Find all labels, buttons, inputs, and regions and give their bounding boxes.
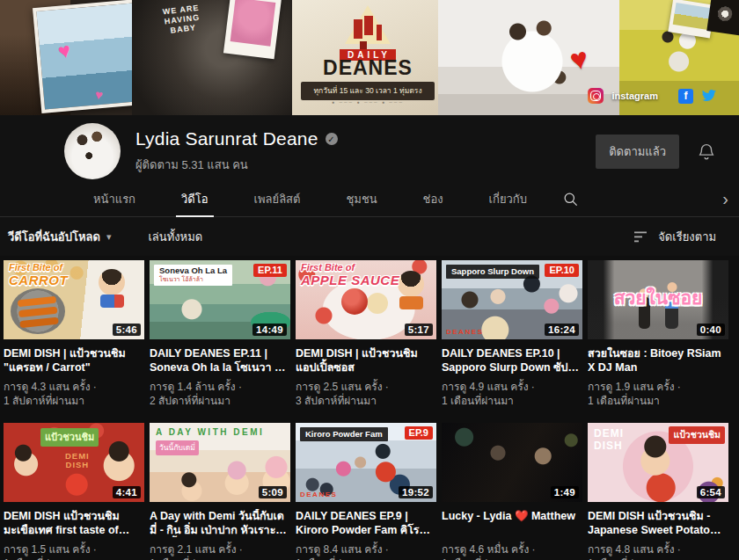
video-views: การดู 4.9 แสน ครั้ง · [442, 380, 582, 394]
thumbnail-caption: First Bite ofAPPLE SAUCE [301, 263, 399, 287]
video-title[interactable]: DEMI DISH แป้วชวนชิมมะเขือเทศ first tast… [4, 509, 144, 537]
banner-photo-sea [33, 0, 145, 113]
video-age: 1 สัปดาห์ที่ผ่านมา [4, 394, 144, 408]
banner-social-links: instagram f [588, 88, 716, 104]
tab-videos[interactable]: วิดีโอ [158, 182, 231, 216]
video-card[interactable]: Kiroro Powder Fam EP.9 DEANES 19:52 DAIL… [296, 423, 436, 560]
banner-daily-deanes-poster: DAILY DEANES ทุกวันที่ 15 และ 30 เวลา 1 … [292, 0, 443, 115]
video-thumbnail[interactable]: First Bite ofAPPLE SAUCE 5:17 [296, 260, 436, 339]
demi-dish-logo: DEMIDISH [594, 427, 624, 452]
polaroid-line: BABY [170, 23, 197, 35]
video-views: การดู 2.5 แสน ครั้ง · [296, 380, 436, 394]
notification-bell-icon[interactable] [697, 142, 716, 161]
subscriber-count: ผู้ติดตาม 5.31 แสน คน [135, 156, 338, 174]
video-duration-badge: 14:49 [252, 324, 287, 336]
video-views: การดู 4.3 แสน ครั้ง · [4, 380, 144, 394]
channel-name: Lydia Sarunrat Deane [135, 128, 318, 149]
channel-banner: ♥ ♥ WE ARE HAVING BABY DAILY DEANES ทุกว… [0, 0, 739, 115]
video-duration-badge: 1:49 [551, 486, 579, 498]
video-thumbnail[interactable]: Kiroro Powder Fam EP.9 DEANES 19:52 [296, 423, 436, 502]
thumbnail-caption: First Bite ofCARROT [9, 263, 68, 287]
episode-badge: EP.11 [253, 264, 287, 277]
uploads-label: วีดีโอที่ฉันอัปโหลด [8, 228, 100, 246]
video-card[interactable]: สวยในซอย 0:40 สวยในซอย : Bitoey RSiam X … [588, 260, 728, 408]
video-title[interactable]: DEMI DISH แป้วชวนชิม - Japanese Sweet Po… [588, 509, 728, 537]
video-title[interactable]: DEMI DISH | แป้วชวนชิม "แครอท / Carrot" [4, 346, 144, 375]
facebook-icon[interactable]: f [678, 89, 693, 104]
video-age: 1 เดือนที่ผ่านมา [588, 556, 728, 560]
instagram-icon[interactable] [588, 88, 604, 104]
episode-badge: EP.10 [545, 264, 579, 277]
youtube-channel-page: ♥ ♥ WE ARE HAVING BABY DAILY DEANES ทุกว… [0, 0, 739, 560]
video-thumbnail[interactable]: Sapporo Slurp Down EP.10 DEANES 16:24 [442, 260, 582, 339]
uploads-dropdown[interactable]: วีดีโอที่ฉันอัปโหลด ▾ [8, 228, 111, 246]
tab-about[interactable]: เกี่ยวกับ [466, 182, 550, 216]
poster-deanes-text: DEANES [292, 56, 443, 80]
video-title[interactable]: DEMI DISH | แป้วชวนชิมแอปเปิ้ลซอส [296, 346, 436, 375]
video-thumbnail[interactable]: Soneva Oh La Laโซเนวา โอ้ล้าล้า EP.11 14… [150, 260, 290, 339]
banner-baby-polaroid [223, 0, 282, 59]
episode-badge: EP.9 [405, 426, 433, 440]
video-views: การดู 1.9 แสน ครั้ง · [588, 380, 728, 394]
search-icon[interactable] [550, 182, 591, 216]
sort-button[interactable]: จัดเรียงตาม [634, 228, 716, 246]
thumbnail-art [11, 288, 65, 334]
thumbnail-art [99, 269, 125, 295]
video-views: การดู 4.6 หมื่น ครั้ง · [442, 542, 582, 556]
tab-channels[interactable]: ช่อง [400, 182, 466, 216]
video-thumbnail[interactable]: แป้วชวนชิม DEMIDISH 4:41 [4, 423, 144, 502]
videos-toolbar: วีดีโอที่ฉันอัปโหลด ▾ เล่นทั้งหมด จัดเรี… [0, 217, 739, 256]
instagram-label[interactable]: instagram [611, 91, 658, 101]
thumbnail-caption: Sapporo Slurp Down [446, 265, 539, 279]
video-thumbnail[interactable]: DEMIDISH แป้วชวนชิม 6:54 [588, 423, 728, 502]
video-card[interactable]: แป้วชวนชิม DEMIDISH 4:41 DEMI DISH แป้วช… [4, 423, 144, 560]
video-duration-badge: 16:24 [545, 324, 579, 336]
channel-avatar[interactable] [64, 123, 121, 179]
thumbnail-sub-caption: วันนี้กับเดมี่ [156, 440, 199, 455]
video-title[interactable]: DAILY DEANES EP.9 | Kiroro Powder Fam คิ… [296, 509, 436, 537]
thumbnail-caption: แป้วชวนชิม [669, 426, 725, 444]
tab-community[interactable]: ชุมชน [324, 182, 400, 216]
video-views: การดู 1.4 ล้าน ครั้ง · [150, 380, 290, 394]
video-card[interactable]: First Bite ofAPPLE SAUCE 5:17 DEMI DISH … [296, 260, 436, 408]
play-all-button[interactable]: เล่นทั้งหมด [148, 228, 202, 246]
video-title[interactable]: สวยในซอย : Bitoey RSiam X DJ Man [588, 346, 728, 375]
thumbnail-caption: Kiroro Powder Fam [300, 427, 388, 441]
video-age: 3 สัปดาห์ที่ผ่านมา [296, 394, 436, 408]
twitter-icon[interactable] [701, 90, 716, 102]
demi-dish-logo: DEMIDISH [65, 452, 90, 469]
video-title[interactable]: Lucky - Lydia ❤️ Matthew [442, 509, 582, 537]
video-title[interactable]: DAILY DEANES EP.10 | Sapporo Slurp Down … [442, 346, 582, 375]
video-age: 1 เดือนที่ผ่านมา [442, 394, 582, 408]
thumbnail-caption: แป้วชวนชิม [40, 428, 99, 447]
thumbnail-art [398, 271, 424, 297]
video-age: 1 เดือนที่ผ่านมา [150, 556, 290, 560]
dropdown-caret-icon: ▾ [106, 231, 112, 243]
video-card[interactable]: DEMIDISH แป้วชวนชิม 6:54 DEMI DISH แป้วช… [588, 423, 728, 560]
chevron-right-icon[interactable]: › [722, 182, 728, 216]
video-title[interactable]: A Day with Demi วันนี้กับเดมี่ - กิน อิ่… [150, 509, 290, 537]
video-views: การดู 1.5 แสน ครั้ง · [4, 542, 144, 556]
video-duration-badge: 0:40 [697, 324, 725, 336]
video-duration-badge: 6:54 [697, 486, 725, 498]
video-card[interactable]: Sapporo Slurp Down EP.10 DEANES 16:24 DA… [442, 260, 582, 408]
tab-home[interactable]: หน้าแรก [70, 182, 158, 216]
video-card[interactable]: Soneva Oh La Laโซเนวา โอ้ล้าล้า EP.11 14… [150, 260, 290, 408]
video-grid: First Bite ofCARROT 5:46 DEMI DISH | แป้… [0, 256, 739, 560]
video-age: 1 เดือนที่ผ่านมา [588, 394, 728, 408]
video-title[interactable]: DAILY DEANES EP.11 | Soneva Oh la la โซเ… [150, 346, 290, 375]
deanes-logo: DEANES [300, 491, 337, 498]
video-card[interactable]: First Bite ofCARROT 5:46 DEMI DISH | แป้… [4, 260, 144, 408]
tab-playlists[interactable]: เพลย์ลิสต์ [231, 182, 324, 216]
video-card[interactable]: A DAY WITH DEMI วันนี้กับเดมี่ 5:09 A Da… [150, 423, 290, 560]
video-thumbnail[interactable]: A DAY WITH DEMI วันนี้กับเดมี่ 5:09 [150, 423, 290, 502]
video-thumbnail[interactable]: First Bite ofCARROT 5:46 [4, 260, 144, 339]
video-duration-badge: 4:41 [113, 486, 141, 498]
sort-icon [634, 230, 650, 244]
poster-handles: ● ─── ● ─── ● ─── [292, 99, 443, 105]
deanes-logo: DEANES [446, 328, 483, 336]
video-thumbnail[interactable]: 1:49 [442, 423, 582, 502]
subscribed-button[interactable]: ติดตามแล้ว [596, 135, 679, 169]
video-thumbnail[interactable]: สวยในซอย 0:40 [588, 260, 728, 339]
video-card[interactable]: 1:49 Lucky - Lydia ❤️ Matthew การดู 4.6 … [442, 423, 582, 560]
